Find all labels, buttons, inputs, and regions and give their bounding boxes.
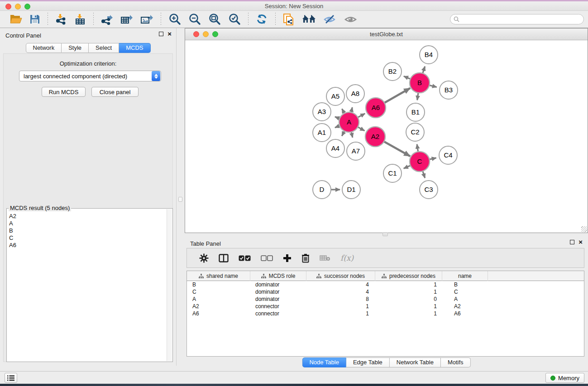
result-item[interactable]: A6 <box>9 242 167 249</box>
table-cell[interactable]: 8 <box>306 295 375 303</box>
export-image-button[interactable] <box>137 12 157 27</box>
table-row[interactable]: Adominator80A <box>187 295 584 303</box>
export-table-button[interactable] <box>117 12 137 27</box>
create-network-from-file-button[interactable] <box>279 12 298 27</box>
network-graph[interactable]: B4B2BB3A5A8A6A3AB1A1C2A2A4A7CC4C1C3DD1 <box>185 40 588 233</box>
import-network-button[interactable] <box>52 12 71 27</box>
table-cell[interactable]: dominator <box>250 295 306 303</box>
first-neighbors-button[interactable] <box>298 12 320 27</box>
horizontal-splitter[interactable] <box>185 233 588 236</box>
graph-node-A5[interactable]: A5 <box>326 87 344 105</box>
hide-selected-button[interactable] <box>320 12 340 27</box>
delete-table-button[interactable] <box>315 249 335 267</box>
result-item[interactable]: A <box>9 220 167 227</box>
graph-node-A8[interactable]: A8 <box>346 85 364 103</box>
table-cell[interactable]: 1 <box>306 310 375 317</box>
add-column-button[interactable] <box>278 249 296 267</box>
table-cell[interactable]: A2 <box>187 303 250 310</box>
zoom-selected-button[interactable] <box>225 12 244 27</box>
table-cell[interactable]: dominator <box>250 288 306 295</box>
table-cell[interactable]: 0 <box>375 295 442 303</box>
tab-mcds[interactable]: MCDS <box>119 43 150 53</box>
graph-node-B3[interactable]: B3 <box>440 81 458 99</box>
open-session-button[interactable] <box>6 12 26 27</box>
table-cell[interactable]: A6 <box>187 310 250 317</box>
graph-node-C[interactable]: C <box>410 152 430 172</box>
table-cell[interactable]: 4 <box>306 281 375 288</box>
tab-network-table[interactable]: Network Table <box>390 357 441 367</box>
refresh-layout-button[interactable] <box>252 12 272 27</box>
result-item[interactable]: A2 <box>9 213 167 220</box>
graph-node-A[interactable]: A <box>339 112 359 132</box>
vertical-splitter[interactable] <box>177 28 185 366</box>
table-row[interactable]: A2connector11A2 <box>187 303 584 310</box>
window-titlebar[interactable]: Session: New Session <box>0 1 588 11</box>
splitter-grip[interactable] <box>178 197 182 202</box>
run-mcds-button[interactable]: Run MCDS <box>42 87 86 97</box>
export-network-button[interactable] <box>97 12 117 27</box>
graph-node-A4[interactable]: A4 <box>326 139 344 157</box>
graph-node-B2[interactable]: B2 <box>383 62 402 81</box>
graph-node-A3[interactable]: A3 <box>313 103 331 121</box>
close-panel-icon[interactable]: × <box>578 240 583 244</box>
splitter-grip[interactable] <box>382 232 388 236</box>
deselect-all-button[interactable] <box>256 249 278 267</box>
float-panel-icon[interactable] <box>570 240 574 244</box>
table-cell[interactable]: C <box>442 288 488 295</box>
table-cell[interactable]: A <box>442 295 488 303</box>
graph-node-D[interactable]: D <box>313 181 331 199</box>
column-header-MCDS-role[interactable]: MCDS role <box>250 271 306 281</box>
table-row[interactable]: Cdominator41C <box>187 288 584 295</box>
table-cell[interactable]: B <box>442 281 488 288</box>
edge-A6-B[interactable] <box>383 88 411 104</box>
close-panel-button[interactable]: Close panel <box>91 87 139 97</box>
window-resize-grip[interactable] <box>581 226 587 232</box>
table-cell[interactable]: 4 <box>306 288 375 295</box>
column-header-successor-nodes[interactable]: successor nodes <box>306 271 375 281</box>
graph-node-C1[interactable]: C1 <box>383 164 402 182</box>
node-table[interactable]: shared nameMCDS rolesuccessor nodesprede… <box>186 271 584 357</box>
table-cell[interactable]: C <box>187 288 250 295</box>
table-cell[interactable]: 1 <box>375 288 442 295</box>
mcds-result-list[interactable]: A2ABCA6 <box>7 211 167 361</box>
task-history-button[interactable] <box>5 373 17 383</box>
graph-node-D1[interactable]: D1 <box>342 181 360 199</box>
column-header-shared-name[interactable]: shared name <box>187 271 250 281</box>
tab-style[interactable]: Style <box>62 43 89 53</box>
graph-node-C2[interactable]: C2 <box>406 123 424 141</box>
zoom-out-button[interactable] <box>185 12 205 27</box>
import-table-button[interactable] <box>71 12 90 27</box>
tab-edge-table[interactable]: Edge Table <box>346 357 390 367</box>
graph-node-B4[interactable]: B4 <box>420 46 438 64</box>
table-row[interactable]: Bdominator41B <box>187 281 584 288</box>
close-panel-icon[interactable]: × <box>167 32 172 36</box>
memory-button[interactable]: Memory <box>545 373 584 383</box>
zoom-fit-button[interactable] <box>205 12 225 27</box>
optimization-criterion-dropdown[interactable]: largest connected component (directed) <box>19 71 161 81</box>
result-list-scrollbar[interactable] <box>167 209 172 361</box>
table-cell[interactable]: connector <box>250 303 306 310</box>
zoom-in-button[interactable] <box>165 12 185 27</box>
network-window-titlebar[interactable]: testGlobe.txt <box>185 29 588 40</box>
show-column-button[interactable] <box>214 249 234 267</box>
table-cell[interactable]: B <box>187 281 250 288</box>
graph-node-C3[interactable]: C3 <box>420 181 438 199</box>
tab-node-table[interactable]: Node Table <box>302 357 346 367</box>
result-item[interactable]: B <box>9 227 167 234</box>
graph-node-A7[interactable]: A7 <box>347 142 365 160</box>
table-cell[interactable]: dominator <box>250 281 306 288</box>
graph-node-A6[interactable]: A6 <box>366 98 386 118</box>
table-cell[interactable]: A <box>187 295 250 303</box>
graph-node-A1[interactable]: A1 <box>313 124 331 142</box>
show-all-button[interactable] <box>340 12 361 27</box>
tab-motifs[interactable]: Motifs <box>441 357 471 367</box>
search-field[interactable] <box>450 14 584 24</box>
delete-column-button[interactable] <box>296 249 315 267</box>
graph-node-B[interactable]: B <box>410 73 430 93</box>
result-item[interactable]: C <box>9 234 167 242</box>
column-header-predecessor-nodes[interactable]: predecessor nodes <box>375 271 442 281</box>
save-session-button[interactable] <box>26 12 44 27</box>
network-canvas[interactable]: B4B2BB3A5A8A6A3AB1A1C2A2A4A7CC4C1C3DD1 <box>185 40 588 233</box>
tab-select[interactable]: Select <box>89 43 119 53</box>
table-cell[interactable]: 1 <box>306 303 375 310</box>
